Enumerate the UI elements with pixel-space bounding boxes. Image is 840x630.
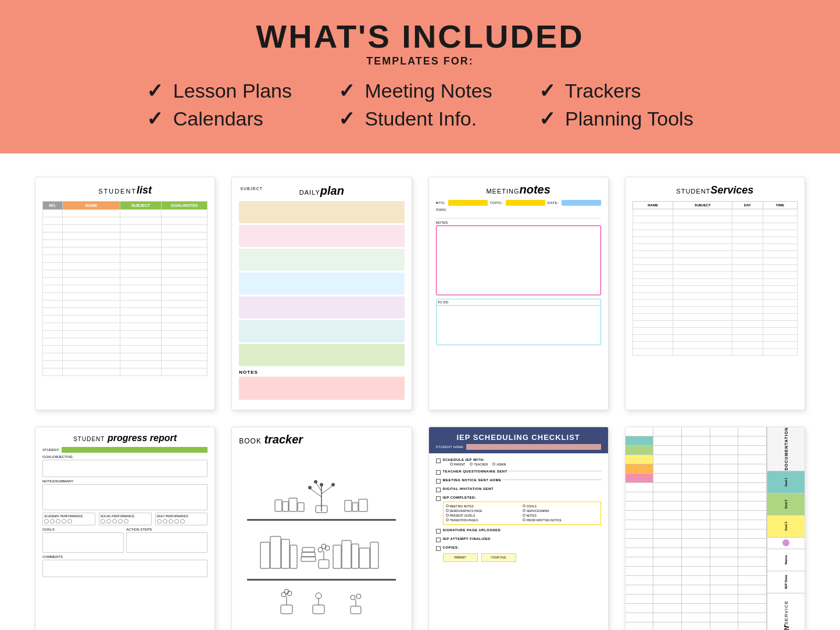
col-day: DAY xyxy=(732,202,763,209)
book-illustration xyxy=(239,451,404,631)
meeting-notes-card: MEETINGnotes MTG: TOPIC: DATE: TOPIC NOT… xyxy=(428,177,609,410)
table-row xyxy=(632,230,797,237)
rating-row: ACADEMIC PERFORMANCE SOCIAL PERFORMANCE xyxy=(42,513,208,525)
rating-academic: ACADEMIC PERFORMANCE xyxy=(42,513,95,525)
completed-item: SERVICES/MINS xyxy=(523,509,598,513)
tracker-cell xyxy=(653,511,682,520)
tracker-cell xyxy=(682,613,710,622)
tracker-cell xyxy=(682,567,710,575)
circle-icon xyxy=(446,504,449,507)
tracker-cell xyxy=(625,464,654,473)
color-row-1 xyxy=(239,201,404,223)
tracker-cell xyxy=(710,492,739,501)
circle-icon xyxy=(523,518,526,521)
goals-col: GOALS xyxy=(42,528,124,553)
table-row xyxy=(632,244,797,251)
tracker-cell xyxy=(625,520,654,529)
svg-rect-41 xyxy=(351,606,361,614)
completed-item: MEETING NOTES xyxy=(446,504,521,508)
tracker-cell xyxy=(738,557,766,566)
tracker-cell xyxy=(625,548,654,557)
tracker-cell xyxy=(710,613,739,622)
svg-point-6 xyxy=(314,480,317,484)
header-banner: WHAT'S INCLUDED TEMPLATES FOR: ✓ Lesson … xyxy=(0,0,840,153)
tracker-cell xyxy=(738,529,766,538)
tracker-cell xyxy=(710,567,739,575)
tracker-cell xyxy=(653,502,682,510)
book-tracker-card: BOOK tracker xyxy=(231,427,412,631)
circle-icon xyxy=(446,518,449,521)
completed-item: PRIOR WRITTEN NOTICE xyxy=(523,518,598,522)
svg-rect-19 xyxy=(290,545,297,568)
documentation-label: DOCUMENTATION xyxy=(767,427,805,471)
tracker-cell xyxy=(625,474,654,482)
circle-icon xyxy=(523,514,526,517)
table-row xyxy=(632,286,797,293)
dots xyxy=(157,519,206,524)
tracker-cell xyxy=(625,436,654,445)
todo-label: TO DO xyxy=(437,299,600,306)
checklist-text: COPIES: xyxy=(443,546,516,549)
dot xyxy=(163,519,167,524)
color-row-3 xyxy=(239,249,404,271)
daily-plan-card: SUBJECT DAILYplan NOTES xyxy=(231,177,412,410)
action-col: ACTION STEPS xyxy=(126,528,208,553)
sub-option-teacher: TEACHER xyxy=(470,463,488,466)
tracker-row xyxy=(625,548,766,557)
topic-line xyxy=(436,213,601,219)
tracker-cell xyxy=(653,492,682,501)
subject-label: SUBJECT xyxy=(240,187,263,191)
col-name: NAME xyxy=(632,202,673,209)
checklist-item-finalized: IEP ATTEMPT FINALIZED xyxy=(436,537,601,542)
dot xyxy=(174,519,179,524)
rating-daily: DAILY PERFORMANCE xyxy=(155,513,208,525)
svg-rect-14 xyxy=(352,503,358,511)
col-subject: SUBJECT xyxy=(673,202,732,209)
topic-label: TOPIC xyxy=(436,208,601,212)
color-row-6 xyxy=(239,320,404,342)
svg-rect-20 xyxy=(301,557,316,561)
completed-box: MEETING NOTES GOALS DEMOGRAPHICS PAGE xyxy=(443,502,601,525)
dot xyxy=(106,519,111,524)
tracker-row xyxy=(625,502,766,511)
tracker-cell xyxy=(653,436,682,445)
tracker-cell xyxy=(682,604,710,613)
tracker-cell xyxy=(738,576,766,585)
tracker-cell xyxy=(710,576,739,585)
service-tracker-card: DOCUMENTATION Goal 1 Goal 2 Goal 3 xyxy=(625,427,805,631)
dot xyxy=(67,519,72,524)
tracker-cell xyxy=(738,520,766,529)
color-rows xyxy=(239,201,404,366)
checklist-text: TEACHER QUESTIONNAIRE SENT xyxy=(443,470,507,473)
table-row xyxy=(632,328,797,335)
svg-point-5 xyxy=(331,483,335,486)
checklist-item-completed: IEP COMPLETED: MEETING NOTES GOALS xyxy=(436,496,601,525)
student-row: STUDENT: xyxy=(42,447,208,453)
tracker-cell xyxy=(738,436,766,445)
pots-svg xyxy=(263,588,380,617)
tracker-cell xyxy=(682,502,710,510)
feature-trackers: ✓ Trackers xyxy=(539,79,694,102)
svg-rect-22 xyxy=(302,547,314,552)
books-shelf xyxy=(239,528,404,577)
mtg-box xyxy=(448,200,488,206)
table-row xyxy=(632,272,797,279)
svg-point-25 xyxy=(318,547,323,552)
svg-point-43 xyxy=(351,595,355,600)
completed-item: NOTES xyxy=(523,514,598,517)
tracker-row xyxy=(625,446,766,455)
checkbox-icon xyxy=(436,459,441,463)
date-box xyxy=(562,200,601,206)
name-cell: Name xyxy=(767,549,805,571)
tracker-cell xyxy=(710,529,739,538)
notes-box xyxy=(436,225,601,295)
tracker-cell xyxy=(653,539,682,547)
goal-label: GOAL/OBJECTIVE: xyxy=(42,455,208,459)
table-row xyxy=(632,258,797,265)
shelf-line-top xyxy=(247,519,396,521)
checklist-text: DIGITAL INVITATION SENT xyxy=(443,487,494,491)
sub-options: PARENT TEACHER ADMIN xyxy=(450,463,506,466)
color-row-5 xyxy=(239,296,404,318)
color-row-7 xyxy=(239,344,404,366)
tracker-cell xyxy=(738,455,766,464)
